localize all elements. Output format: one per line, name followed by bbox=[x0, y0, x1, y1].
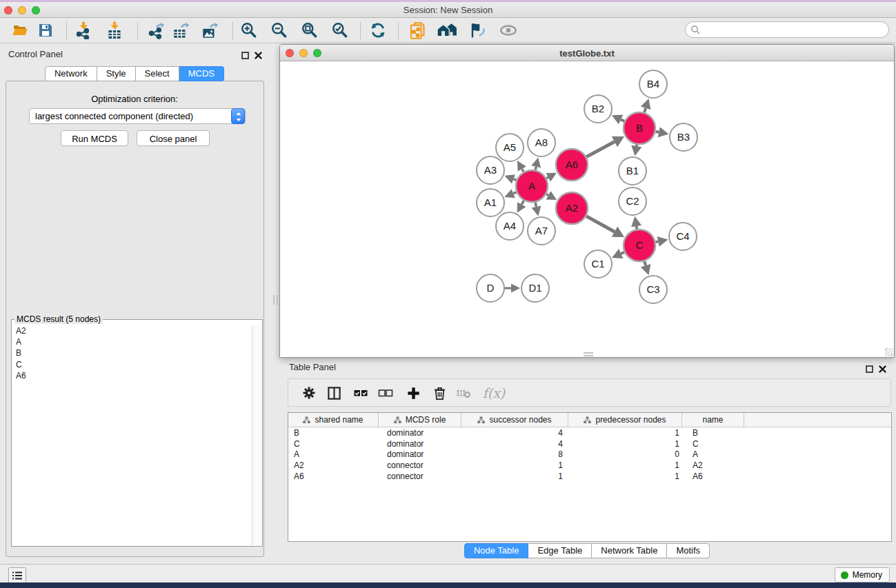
graph-node-D1[interactable]: D1 bbox=[521, 274, 549, 302]
graph-node-C3[interactable]: C3 bbox=[639, 276, 667, 303]
column-header-name[interactable]: name bbox=[682, 413, 744, 427]
network-window-titlebar[interactable]: testGlobe.txt bbox=[280, 45, 894, 61]
graph-edge-A2-C[interactable] bbox=[586, 216, 615, 232]
tab-motifs[interactable]: Motifs bbox=[667, 543, 710, 558]
refresh-view-icon[interactable] bbox=[368, 21, 388, 40]
table-cell[interactable]: dominator bbox=[379, 428, 461, 438]
table-cell[interactable]: 1 bbox=[461, 472, 568, 481]
table-cell[interactable]: A bbox=[682, 449, 744, 459]
graph-node-A3[interactable]: A3 bbox=[477, 156, 504, 184]
run-mcds-button[interactable]: Run MCDS bbox=[61, 130, 128, 146]
graph-node-A[interactable]: A bbox=[516, 170, 548, 202]
export-network-icon[interactable] bbox=[146, 21, 166, 40]
table-cell[interactable]: 1 bbox=[461, 460, 568, 470]
graph-edge-C-C4[interactable] bbox=[656, 241, 659, 242]
network-canvas[interactable]: B4B2BB3A8A5A6A3B1AC2A1A2A4A7C4CC1DD1C3 bbox=[280, 61, 894, 357]
tab-node-table[interactable]: Node Table bbox=[464, 543, 529, 558]
table-cell[interactable]: 1 bbox=[568, 460, 682, 470]
float-panel-icon[interactable] bbox=[241, 50, 249, 62]
column-header-shared-name[interactable]: shared name bbox=[288, 413, 379, 427]
mcds-list-scrollbar[interactable] bbox=[252, 325, 261, 545]
table-cell[interactable]: B bbox=[682, 428, 744, 438]
search-input[interactable] bbox=[704, 23, 883, 36]
tab-style[interactable]: Style bbox=[97, 66, 136, 81]
export-image-icon[interactable] bbox=[199, 21, 220, 40]
deselect-all-icon[interactable] bbox=[376, 384, 395, 402]
graph-edge-A-A8[interactable] bbox=[535, 167, 536, 170]
tab-mcds[interactable]: MCDS bbox=[179, 66, 224, 81]
close-panel-icon[interactable] bbox=[879, 363, 886, 376]
table-cell[interactable]: 1 bbox=[568, 428, 682, 438]
graph-node-B[interactable]: B bbox=[624, 112, 655, 144]
graph-edge-A6-B[interactable] bbox=[586, 142, 615, 157]
graph-node-C2[interactable]: C2 bbox=[619, 187, 646, 215]
horizontal-splitter-grip[interactable] bbox=[584, 352, 593, 356]
graph-node-B4[interactable]: B4 bbox=[639, 70, 667, 98]
table-settings-icon[interactable] bbox=[299, 384, 319, 402]
table-row[interactable]: Adominator80A bbox=[288, 449, 891, 460]
hide-graphics-details-icon[interactable] bbox=[467, 21, 488, 40]
clone-network-icon[interactable] bbox=[407, 21, 428, 40]
show-graphics-details-icon[interactable] bbox=[498, 21, 519, 40]
split-panel-icon[interactable] bbox=[324, 384, 344, 402]
tab-select[interactable]: Select bbox=[136, 66, 179, 81]
zoom-fit-icon[interactable] bbox=[299, 21, 320, 40]
add-column-icon[interactable] bbox=[404, 384, 423, 402]
task-history-button[interactable] bbox=[8, 567, 26, 583]
graph-node-C1[interactable]: C1 bbox=[584, 250, 612, 278]
table-cell[interactable]: A2 bbox=[288, 460, 379, 470]
import-network-icon[interactable] bbox=[73, 21, 94, 40]
select-all-icon[interactable] bbox=[351, 384, 370, 402]
tab-network[interactable]: Network bbox=[45, 66, 97, 81]
export-table-icon[interactable] bbox=[170, 21, 191, 40]
delete-column-icon[interactable] bbox=[430, 384, 449, 402]
mcds-result-item[interactable]: C bbox=[12, 359, 252, 370]
graph-edge-C-C1[interactable] bbox=[621, 252, 624, 254]
table-row[interactable]: A2connector11A2 bbox=[288, 460, 891, 471]
graph-edge-A-A2[interactable] bbox=[546, 194, 548, 196]
table-cell[interactable]: A6 bbox=[682, 472, 744, 481]
network-home-icon[interactable] bbox=[437, 21, 457, 40]
graph-node-A7[interactable]: A7 bbox=[528, 217, 555, 245]
table-cell[interactable]: C bbox=[682, 439, 744, 449]
graph-node-A1[interactable]: A1 bbox=[477, 189, 504, 216]
delete-table-icon[interactable] bbox=[454, 384, 473, 402]
mcds-result-item[interactable]: B bbox=[12, 347, 252, 358]
float-panel-icon[interactable] bbox=[866, 363, 873, 376]
table-row[interactable]: Bdominator41B bbox=[288, 427, 891, 438]
graph-node-B1[interactable]: B1 bbox=[619, 157, 646, 185]
column-header-predecessor-nodes[interactable]: predecessor nodes bbox=[568, 413, 682, 427]
graph-node-C4[interactable]: C4 bbox=[669, 223, 697, 250]
graph-edge-A-A5[interactable] bbox=[522, 169, 524, 172]
memory-button[interactable]: Memory bbox=[835, 567, 890, 582]
table-cell[interactable]: 4 bbox=[461, 428, 568, 438]
graph-edge-C-C2[interactable] bbox=[637, 226, 637, 229]
graph-node-A2[interactable]: A2 bbox=[556, 192, 588, 224]
graph-edge-B-B2[interactable] bbox=[621, 119, 624, 121]
graph-edge-A-A4[interactable] bbox=[521, 201, 524, 205]
save-session-icon[interactable] bbox=[35, 21, 56, 40]
table-cell[interactable]: A6 bbox=[288, 472, 379, 481]
table-cell[interactable]: 1 bbox=[568, 439, 682, 449]
mcds-result-item[interactable]: A bbox=[12, 336, 252, 347]
table-row[interactable]: A6connector11A6 bbox=[288, 471, 891, 482]
zoom-out-icon[interactable] bbox=[269, 21, 290, 40]
table-cell[interactable]: dominator bbox=[379, 449, 461, 459]
graph-node-A8[interactable]: A8 bbox=[528, 129, 555, 156]
close-panel-button[interactable]: Close panel bbox=[137, 130, 210, 146]
close-panel-icon[interactable] bbox=[255, 50, 262, 62]
table-cell[interactable]: 0 bbox=[568, 449, 682, 459]
zoom-in-icon[interactable] bbox=[239, 21, 259, 40]
column-header-mcds-role[interactable]: MCDS role bbox=[379, 413, 461, 427]
graph-node-A6[interactable]: A6 bbox=[556, 149, 588, 181]
zoom-selected-icon[interactable] bbox=[330, 21, 350, 40]
graph-edge-A-A3[interactable] bbox=[513, 179, 516, 181]
network-graph[interactable]: B4B2BB3A8A5A6A3B1AC2A1A2A4A7C4CC1DD1C3 bbox=[280, 61, 894, 357]
table-cell[interactable]: A bbox=[288, 449, 379, 459]
graph-node-B2[interactable]: B2 bbox=[584, 95, 612, 123]
graph-edge-B-B4[interactable] bbox=[644, 108, 646, 112]
criterion-dropdown[interactable]: largest connected component (directed) bbox=[29, 108, 246, 124]
tab-edge-table[interactable]: Edge Table bbox=[528, 543, 592, 558]
graph-node-D[interactable]: D bbox=[477, 274, 504, 302]
function-builder-icon[interactable]: f(x) bbox=[480, 384, 508, 402]
